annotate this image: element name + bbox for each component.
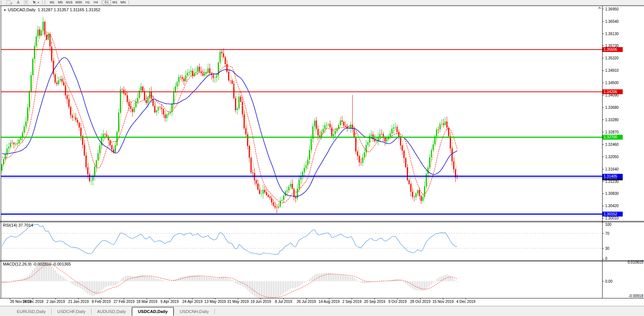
date-tick-label: 15 Nov 2019 xyxy=(433,300,454,304)
chart-tab-eurusd[interactable]: EURUSD,Daily xyxy=(11,308,51,315)
price-tick-label: 1.36540 xyxy=(605,19,619,24)
timeframe-button-h4[interactable]: H4 xyxy=(92,0,100,5)
support-line-2-tag: 1.30152 xyxy=(603,212,623,217)
date-tick-label: 26 Jul 2019 xyxy=(297,300,316,304)
price-tick-label: 1.34500 xyxy=(605,81,619,85)
svg-text:1.34206: 1.34206 xyxy=(604,90,617,94)
date-tick-label: 19 Jun 2019 xyxy=(250,300,271,304)
date-tick-label: 20 Sep 2019 xyxy=(364,300,386,304)
macd-axis-zero: 0.00 xyxy=(605,279,613,283)
chart-tab-usdcnh[interactable]: USDCNH,Daily xyxy=(174,308,214,315)
support-line-1-tag: 1.31405 xyxy=(603,174,623,179)
date-tick-label: 24 Apr 2019 xyxy=(182,300,202,304)
svg-text:1.35606: 1.35606 xyxy=(604,47,617,52)
toolbar-drag-handle-2[interactable] xyxy=(44,1,46,4)
timeframe-button-d1[interactable]: D1 xyxy=(103,0,111,5)
price-tick-label: 1.36950 xyxy=(605,7,619,11)
cursor-tool-caret-icon[interactable]: ▾ xyxy=(38,1,39,4)
rsi-axis-label: 30 xyxy=(605,246,610,251)
date-tick-label: 8 Jul 2019 xyxy=(275,300,292,304)
cursor-arrow-icon xyxy=(32,0,37,4)
date-tick-label: 8 Feb 2019 xyxy=(92,300,111,304)
timeframe-button-m1[interactable]: M1 xyxy=(48,0,56,5)
cursor-tool-button[interactable]: ▾ xyxy=(30,0,41,5)
price-tick-label: 1.31640 xyxy=(605,167,619,171)
toolbar-separator xyxy=(101,0,102,4)
text-box-icon: T xyxy=(24,0,28,4)
date-tick-label: 2 Jan 2019 xyxy=(46,300,65,304)
rsi-axis-label: 0 xyxy=(605,257,607,261)
price-tick-label: 1.33280 xyxy=(605,118,619,122)
timeframe-button-m15[interactable]: M15 xyxy=(64,0,74,5)
text-box-tool-button[interactable]: T xyxy=(22,0,30,5)
text-label-icon: A xyxy=(17,0,19,4)
price-tick-label: 1.32460 xyxy=(605,142,619,147)
price-tick-label: 1.34910 xyxy=(605,68,619,73)
timeframe-button-m5[interactable]: M5 xyxy=(56,0,64,5)
date-tick-label: 2 Sep 2019 xyxy=(342,300,362,304)
date-tick-label: 5 Apr 2019 xyxy=(161,300,179,304)
chart-tab-usdchf[interactable]: USDCHF,Daily xyxy=(52,308,91,315)
date-tick-label: 14 Aug 2019 xyxy=(319,300,340,304)
price-tick-label: 1.30830 xyxy=(605,191,619,196)
timeframe-button-mn[interactable]: MN xyxy=(119,0,127,5)
chart-tab-audusd[interactable]: AUDUSD,Daily xyxy=(92,308,131,315)
date-tick-label: 9 Oct 2019 xyxy=(388,300,407,304)
date-tick-label: 21 Jan 2019 xyxy=(68,300,89,304)
date-tick-label: 28 Oct 2019 xyxy=(410,300,431,304)
date-tick-label: 18 Mar 2019 xyxy=(136,300,158,304)
timeframe-toolbar: M1M5M15M30H1H4D1W1MN xyxy=(48,0,130,5)
macd-axis-min: -0.00918 xyxy=(629,294,644,298)
fibonacci-tool-button[interactable]: F xyxy=(4,0,15,5)
svg-text:1.31405: 1.31405 xyxy=(604,174,617,178)
date-tick-label: 13 May 2019 xyxy=(204,300,226,304)
fibonacci-icon xyxy=(6,0,10,4)
mt4-terminal: F A T ▾ M1M5M15M30H1H4D1W1MN 1.369501.36… xyxy=(0,0,644,316)
rsi-axis-label: 70 xyxy=(605,231,610,236)
tab-separator xyxy=(214,309,215,314)
macd-axis-max: 0.010615 xyxy=(628,260,643,264)
svg-text:1.32700: 1.32700 xyxy=(604,135,617,139)
price-tick-label: 1.33680 xyxy=(605,105,619,110)
chart-tab-bar: EURUSD,DailyUSDCHF,DailyAUDUSD,DailyUSDC… xyxy=(0,306,644,316)
toolbar-separator xyxy=(129,0,129,4)
date-tick-label: 31 May 2019 xyxy=(227,300,249,304)
price-tick-label: 1.36130 xyxy=(605,32,619,36)
chart-tab-usdcad[interactable]: USDCAD,Daily xyxy=(132,307,174,316)
toolbar-separator xyxy=(42,0,43,4)
price-tick-label: 1.30420 xyxy=(605,204,619,208)
timeframe-button-h1[interactable]: H1 xyxy=(84,0,92,5)
pivot-line-tag: 1.32700 xyxy=(603,135,623,139)
toolbar-drag-handle[interactable] xyxy=(1,1,3,4)
resistance-line-1-tag: 1.35606 xyxy=(603,47,623,52)
price-tick-label: 1.32050 xyxy=(605,155,619,159)
price-tick-label: 1.30010 xyxy=(605,216,619,220)
main-toolbar: F A T ▾ M1M5M15M30H1H4D1W1MN xyxy=(0,0,644,5)
price-tick-label: 1.32870 xyxy=(605,130,619,134)
date-tick-label: 4 Dec 2019 xyxy=(456,300,476,304)
date-tick-label: 14 Dec 2018 xyxy=(22,300,44,304)
resistance-line-2-tag: 1.34206 xyxy=(603,89,623,94)
rsi-axis-label: 100 xyxy=(605,223,612,227)
timeframe-button-w1[interactable]: W1 xyxy=(111,0,119,5)
price-tick-label: 1.35320 xyxy=(605,56,619,60)
date-tick-label: 27 Feb 2019 xyxy=(114,300,135,304)
fibonacci-icon-letter: F xyxy=(11,2,12,5)
svg-text:1.30152: 1.30152 xyxy=(604,212,617,216)
chart-canvas[interactable]: 1.369501.365401.361301.357301.353201.349… xyxy=(0,5,644,306)
text-label-tool-button[interactable]: A xyxy=(15,0,22,5)
timeframe-button-m30[interactable]: M30 xyxy=(74,0,84,5)
